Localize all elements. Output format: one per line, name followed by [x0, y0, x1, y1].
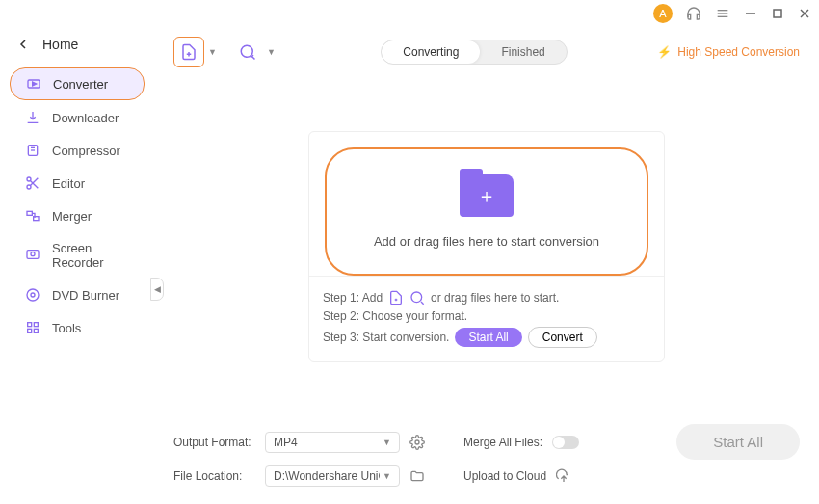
sidebar-item-label: Editor [52, 176, 85, 191]
output-format-value: MP4 [274, 436, 298, 449]
start-all-button[interactable]: Start All [676, 424, 800, 460]
home-title[interactable]: Home [42, 37, 78, 52]
scissors-icon [25, 175, 40, 191]
drop-text: Add or drag files here to start conversi… [374, 234, 599, 249]
svg-point-12 [27, 177, 31, 181]
close-button[interactable] [798, 7, 811, 20]
svg-line-30 [251, 57, 254, 60]
step3-label: Step 3: Start conversion. [323, 331, 449, 344]
drop-area: ＋ Add or drag files here to start conver… [308, 131, 665, 362]
sidebar-item-label: Tools [52, 321, 81, 335]
file-location-value: D:\Wondershare UniConverter 1 [274, 469, 380, 483]
sidebar-item-label: Downloader [52, 111, 119, 125]
download-icon [25, 110, 40, 125]
svg-point-35 [415, 440, 419, 444]
sidebar: Home Converter Downloader Compressor Edi… [0, 27, 154, 504]
drop-zone[interactable]: ＋ Add or drag files here to start conver… [325, 147, 648, 276]
compressor-icon [25, 143, 40, 158]
start-all-small-button[interactable]: Start All [455, 328, 521, 347]
svg-rect-18 [27, 251, 39, 259]
hsc-label: High Speed Conversion [677, 45, 800, 59]
screen-recorder-icon [25, 248, 40, 263]
sidebar-item-screen-recorder[interactable]: Screen Recorder [10, 233, 145, 278]
bolt-icon: ⚡ [657, 45, 672, 59]
tab-finished[interactable]: Finished [480, 40, 566, 64]
merge-label: Merge All Files: [463, 436, 542, 449]
svg-rect-4 [774, 10, 781, 17]
svg-rect-23 [34, 323, 38, 327]
svg-rect-24 [28, 329, 32, 332]
svg-point-13 [27, 185, 31, 189]
converter-icon [26, 76, 41, 92]
grid-icon [25, 320, 40, 335]
svg-point-20 [27, 289, 39, 301]
sidebar-item-editor[interactable]: Editor [10, 168, 145, 199]
tab-converting[interactable]: Converting [382, 40, 480, 64]
svg-point-21 [31, 293, 35, 297]
disc-plus-icon[interactable] [410, 290, 425, 305]
disc-icon [25, 287, 40, 303]
collapse-sidebar-icon[interactable]: ◀ [150, 278, 164, 301]
sidebar-item-compressor[interactable]: Compressor [10, 135, 145, 166]
sidebar-item-label: Compressor [52, 144, 120, 158]
svg-rect-25 [34, 329, 38, 332]
menu-icon[interactable] [715, 6, 730, 21]
add-url-button[interactable] [232, 37, 263, 67]
file-location-select[interactable]: D:\Wondershare UniConverter 1 ▼ [265, 465, 400, 487]
caret-down-icon: ▼ [383, 471, 391, 481]
sidebar-item-label: Screen Recorder [52, 241, 129, 270]
merger-icon [25, 208, 40, 224]
output-format-label: Output Format: [173, 436, 255, 449]
back-icon[interactable] [19, 40, 29, 49]
sidebar-item-tools[interactable]: Tools [10, 312, 145, 343]
sidebar-item-merger[interactable]: Merger [10, 200, 145, 231]
upload-cloud-label: Upload to Cloud [463, 469, 546, 483]
steps: Step 1: Add or drag files here to start.… [309, 276, 664, 361]
add-file-button[interactable] [173, 37, 204, 67]
merge-toggle[interactable] [552, 436, 579, 449]
status-tabs: Converting Finished [381, 40, 567, 65]
sidebar-item-label: DVD Burner [52, 288, 119, 303]
add-file-dropdown-icon[interactable]: ▼ [208, 47, 217, 57]
cloud-icon[interactable] [556, 468, 571, 484]
toolbar: ▼ ▼ Converting Finished ⚡ High Speed Con… [173, 31, 800, 73]
step1-label-a: Step 1: Add [323, 291, 383, 305]
svg-marker-8 [33, 82, 37, 86]
avatar[interactable]: A [653, 4, 673, 23]
folder-plus-icon: ＋ [460, 174, 514, 217]
sidebar-item-label: Merger [52, 209, 92, 224]
maximize-button[interactable] [771, 7, 784, 20]
footer: Output Format: MP4 ▼ Merge All Files: St… [173, 399, 800, 492]
step2-label: Step 2: Choose your format. [323, 309, 467, 323]
sidebar-item-converter[interactable]: Converter [10, 67, 145, 100]
svg-line-34 [421, 302, 424, 305]
headset-icon[interactable] [686, 6, 701, 21]
file-plus-icon[interactable] [388, 290, 404, 305]
output-format-select[interactable]: MP4 ▼ [265, 432, 400, 453]
svg-point-28 [241, 45, 252, 57]
step1-label-b: or drag files here to start. [431, 291, 559, 305]
svg-rect-22 [28, 323, 32, 327]
high-speed-conversion-button[interactable]: ⚡ High Speed Conversion [657, 45, 800, 59]
settings-gear-icon[interactable] [410, 435, 425, 450]
file-location-label: File Location: [173, 469, 255, 483]
sidebar-item-downloader[interactable]: Downloader [10, 102, 145, 133]
sidebar-item-dvd-burner[interactable]: DVD Burner [10, 279, 145, 310]
sidebar-item-label: Converter [53, 77, 108, 92]
caret-down-icon: ▼ [383, 438, 391, 447]
convert-button[interactable]: Convert [528, 327, 597, 348]
minimize-button[interactable] [744, 7, 757, 20]
svg-point-19 [31, 252, 35, 256]
svg-point-33 [411, 292, 422, 303]
folder-open-icon[interactable] [410, 468, 425, 484]
svg-rect-16 [27, 211, 32, 215]
add-url-dropdown-icon[interactable]: ▼ [267, 47, 276, 57]
